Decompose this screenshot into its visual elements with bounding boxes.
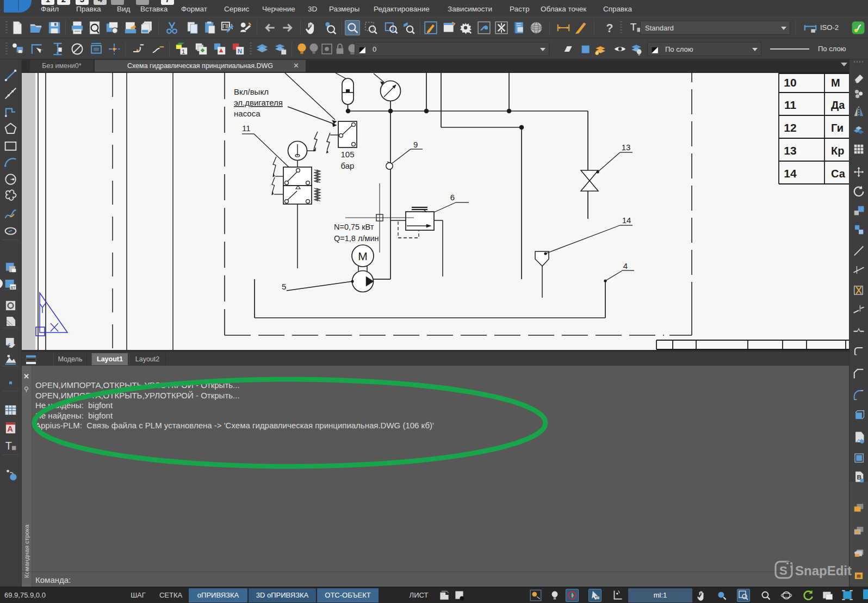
svg-text:11: 11 <box>784 99 797 111</box>
svg-text:?: ? <box>606 21 613 35</box>
svg-text:10: 10 <box>784 76 796 89</box>
svg-text:эл.двигателя: эл.двигателя <box>234 98 283 107</box>
svg-text:S: S <box>779 564 788 577</box>
svg-text:11: 11 <box>242 124 251 133</box>
svg-text:5: 5 <box>282 282 286 291</box>
svg-text:M: M <box>358 250 368 262</box>
svg-text:Ги: Ги <box>831 122 844 134</box>
svg-text:13: 13 <box>784 144 796 157</box>
svg-text:13: 13 <box>622 143 631 152</box>
svg-text:Кр: Кр <box>831 145 844 157</box>
svg-text:T: T <box>5 440 12 452</box>
svg-text:T: T <box>630 21 637 33</box>
svg-text:Са: Са <box>831 168 846 180</box>
svg-text:Да: Да <box>831 99 845 111</box>
svg-text:12: 12 <box>784 121 796 134</box>
svg-text:14: 14 <box>784 167 797 180</box>
svg-text:105: 105 <box>340 150 354 159</box>
svg-text:6: 6 <box>450 193 455 202</box>
svg-text:SnapEdit: SnapEdit <box>795 563 852 578</box>
svg-text:N: N <box>238 48 242 54</box>
svg-text:бар: бар <box>341 161 355 170</box>
svg-text:Вкл/выкл: Вкл/выкл <box>234 87 269 96</box>
svg-text:9: 9 <box>413 140 418 149</box>
svg-text:1: 1 <box>182 48 185 55</box>
svg-text:М: М <box>831 77 840 89</box>
svg-text:Q=1,8 л/мин: Q=1,8 л/мин <box>334 234 379 243</box>
svg-text:насоса: насоса <box>234 109 261 118</box>
svg-text:14: 14 <box>622 216 631 225</box>
svg-text:A: A <box>7 424 13 433</box>
svg-text:N=0,75 кВт: N=0,75 кВт <box>334 223 374 231</box>
svg-text:4: 4 <box>623 261 628 270</box>
